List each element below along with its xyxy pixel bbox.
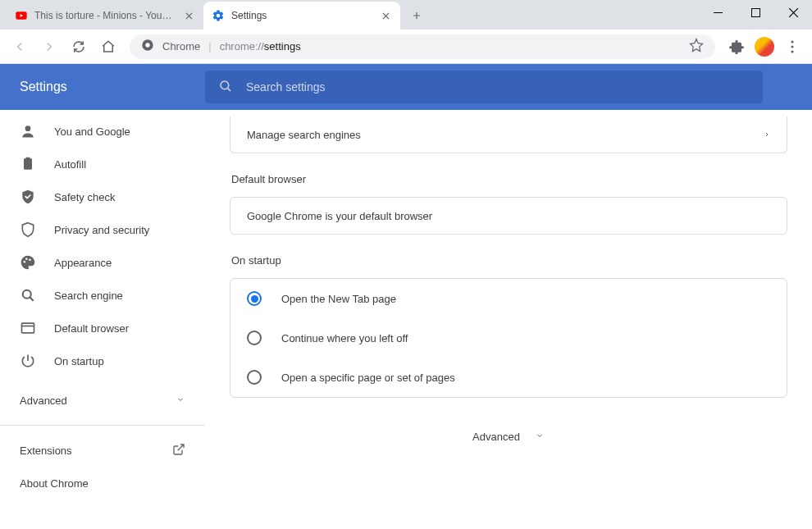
close-tab-icon[interactable] [379, 9, 392, 22]
tab-title: This is torture - Minions - YouTube [34, 10, 176, 21]
chrome-icon [141, 39, 154, 54]
palette-icon [20, 254, 36, 271]
svg-point-3 [145, 43, 149, 47]
sidebar-extensions[interactable]: Extensions [20, 434, 185, 467]
forward-button[interactable] [36, 34, 62, 60]
sidebar-about-chrome[interactable]: About Chrome [20, 467, 185, 499]
menu-button[interactable] [779, 34, 805, 60]
chevron-down-icon [176, 394, 185, 407]
on-startup-card: Open the New Tab page Continue where you… [230, 278, 787, 398]
tab-title: Settings [231, 10, 372, 21]
manage-search-engines-row[interactable]: Manage search engines [230, 116, 787, 153]
svg-rect-15 [22, 323, 34, 333]
browser-toolbar: Chrome | chrome://settings [0, 30, 812, 64]
minimize-button[interactable] [699, 0, 737, 25]
browser-tabs: This is torture - Minions - YouTube Sett… [0, 2, 428, 30]
address-bar[interactable]: Chrome | chrome://settings [130, 34, 715, 59]
sidebar-advanced-toggle[interactable]: Advanced [0, 384, 205, 417]
browser-tab-settings[interactable]: Settings [203, 2, 400, 30]
svg-point-14 [23, 290, 31, 299]
search-icon [20, 287, 36, 303]
radio-icon [247, 331, 262, 345]
external-link-icon [172, 443, 185, 458]
svg-point-12 [25, 258, 27, 261]
svg-rect-10 [26, 157, 30, 160]
default-browser-card: Google Chrome is your default browser [230, 197, 787, 235]
search-icon [218, 79, 233, 96]
home-button[interactable] [95, 34, 121, 60]
settings-sidebar: You and Google Autofill Safety check Pri… [0, 64, 205, 529]
svg-rect-9 [24, 158, 32, 169]
settings-icon [212, 9, 225, 22]
startup-option-continue[interactable]: Continue where you left off [230, 318, 787, 358]
sidebar-item-privacy[interactable]: Privacy and security [0, 213, 205, 246]
sidebar-item-autofill[interactable]: Autofill [0, 148, 205, 180]
startup-option-specific-pages[interactable]: Open a specific page or set of pages [230, 358, 787, 397]
maximize-button[interactable] [737, 0, 774, 25]
close-window-button[interactable] [774, 0, 812, 25]
settings-page: Settings You and Google Autofill Safety … [0, 64, 812, 529]
window-controls [699, 0, 812, 25]
star-icon[interactable] [689, 38, 704, 55]
settings-search[interactable] [205, 71, 763, 103]
shield-check-icon [20, 189, 36, 205]
chevron-down-icon [535, 431, 545, 443]
advanced-footer-toggle[interactable]: Advanced [230, 431, 787, 443]
new-tab-button[interactable] [405, 4, 428, 27]
sidebar-item-appearance[interactable]: Appearance [0, 246, 205, 279]
close-tab-icon[interactable] [182, 9, 195, 22]
sidebar-item-you-and-google[interactable]: You and Google [0, 115, 205, 148]
startup-option-new-tab[interactable]: Open the New Tab page [230, 279, 787, 318]
power-icon [20, 353, 36, 369]
back-button[interactable] [7, 34, 33, 60]
settings-header: Settings [0, 64, 812, 110]
sidebar-item-safety-check[interactable]: Safety check [0, 180, 205, 213]
shield-icon [20, 221, 36, 238]
extensions-button[interactable] [723, 34, 750, 60]
omnibox-label: Chrome [162, 40, 200, 52]
omnibox-url: chrome://settings [220, 40, 301, 52]
default-browser-section-title: Default browser [231, 173, 787, 185]
page-title: Settings [0, 80, 205, 94]
browser-tab-youtube[interactable]: This is torture - Minions - YouTube [7, 2, 203, 30]
window-titlebar: This is torture - Minions - YouTube Sett… [0, 0, 812, 30]
radio-icon [247, 291, 262, 306]
chevron-right-icon [764, 129, 770, 141]
sidebar-item-on-startup[interactable]: On startup [0, 344, 205, 377]
user-icon [20, 123, 36, 139]
clipboard-icon [20, 156, 36, 172]
svg-point-11 [24, 261, 26, 263]
settings-search-input[interactable] [246, 80, 750, 93]
svg-point-13 [29, 258, 31, 261]
youtube-icon [15, 9, 28, 22]
sidebar-item-search-engine[interactable]: Search engine [0, 279, 205, 312]
svg-point-7 [221, 81, 229, 89]
on-startup-section-title: On startup [231, 254, 787, 267]
reload-button[interactable] [66, 34, 92, 60]
svg-point-6 [791, 50, 793, 52]
svg-point-4 [791, 40, 793, 43]
browser-icon [20, 320, 36, 336]
profile-avatar[interactable] [755, 37, 774, 57]
svg-rect-1 [751, 8, 760, 16]
sidebar-item-default-browser[interactable]: Default browser [0, 312, 205, 344]
svg-point-5 [791, 45, 793, 48]
radio-icon [247, 370, 262, 385]
svg-point-8 [25, 125, 31, 131]
content-scroll[interactable]: Manage search engines Default browser Go… [205, 64, 812, 529]
